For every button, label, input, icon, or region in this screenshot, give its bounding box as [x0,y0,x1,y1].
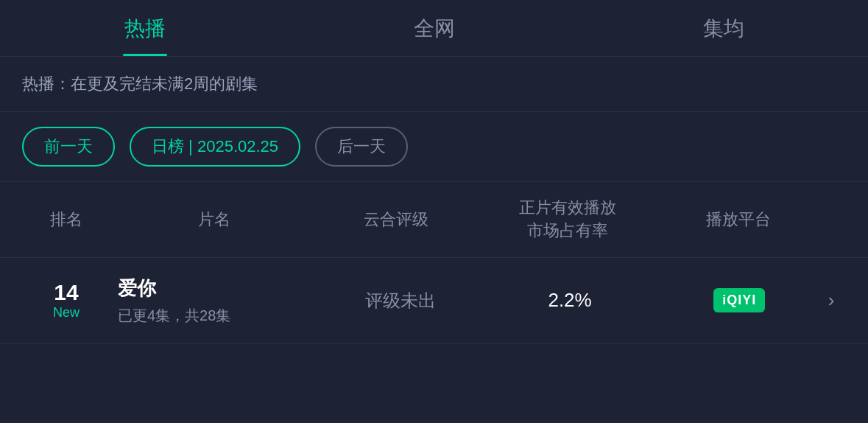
header-rank: 排名 [22,209,110,231]
platform-cell: iQIYI [663,288,816,312]
next-day-button[interactable]: 后一天 [315,127,408,167]
date-button[interactable]: 日榜 | 2025.02.25 [130,127,300,167]
description-text: 热播：在更及完结未满2周的剧集 [22,74,258,93]
tab-hot[interactable]: 热播 [0,15,289,56]
header-market: 正片有效播放市场占有率 [474,197,661,242]
table-header: 排名 片名 云合评级 正片有效播放市场占有率 播放平台 [0,182,868,258]
show-subtitle: 已更4集，共28集 [118,306,323,326]
header-platform: 播放平台 [660,209,816,231]
header-rating: 云合评级 [318,209,474,231]
rating-cell: 评级未出 [323,289,477,312]
rating-value: 评级未出 [365,290,436,310]
market-cell: 2.2% [477,289,662,312]
rank-number: 14 [22,280,110,305]
tab-all[interactable]: 全网 [289,15,579,56]
show-title: 爱你 [118,276,323,301]
market-share-value: 2.2% [548,289,591,311]
table-row[interactable]: 14 New 爱你 已更4集，共28集 评级未出 2.2% iQIYI › [0,258,868,344]
rank-new-tag: New [22,305,110,321]
row-arrow[interactable]: › [816,289,846,312]
tab-all-label: 全网 [414,17,455,40]
platform-badge: iQIYI [713,288,765,312]
title-cell: 爱你 已更4集，共28集 [110,276,323,326]
tab-avg[interactable]: 集均 [579,15,868,56]
rank-cell: 14 New [22,280,110,321]
tab-bar: 热播 全网 集均 [0,0,868,57]
description-bar: 热播：在更及完结未满2周的剧集 [0,57,868,112]
header-title: 片名 [110,209,318,231]
tab-avg-label: 集均 [703,17,744,40]
navigation-row: 前一天 日榜 | 2025.02.25 后一天 [0,112,868,182]
prev-day-button[interactable]: 前一天 [22,127,115,167]
tab-hot-label: 热播 [124,17,166,40]
